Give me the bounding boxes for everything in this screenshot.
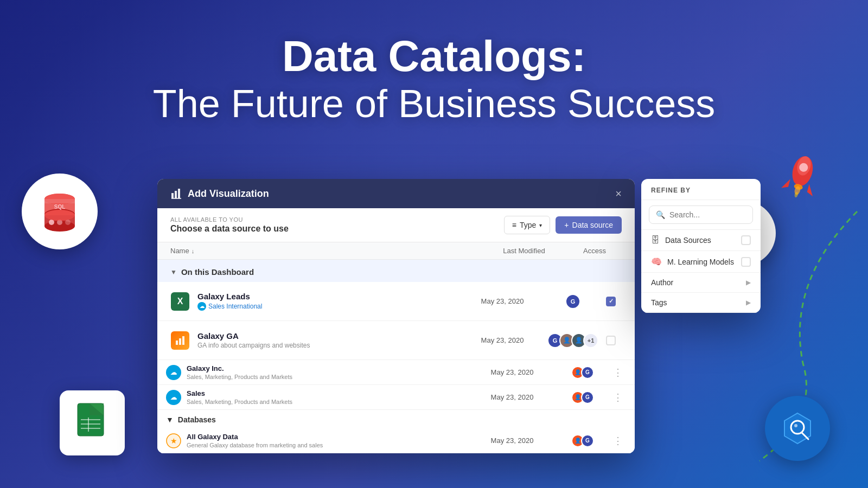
section-label: On this Dashboard — [181, 267, 254, 277]
on-this-dashboard-section: ▼ On this Dashboard — [157, 260, 635, 282]
available-label: ALL AVAILABLE TO YOU — [170, 216, 289, 223]
table-header: Name ↓ Last Modified Access — [157, 242, 635, 260]
refine-panel: REFINE BY 🔍 🗄 Data Sources 🧠 M. Learning… — [641, 179, 761, 313]
row-meta: GA info about campaigns and websites — [197, 342, 459, 349]
datasource-button[interactable]: + Data source — [556, 216, 622, 234]
row-meta: Sales, Marketing, Products and Markets — [187, 399, 469, 405]
refine-item-ml[interactable]: 🧠 M. Learning Models — [641, 251, 761, 273]
excel-row-icon: X — [170, 292, 190, 311]
col-name-header: Name ↓ — [170, 247, 481, 255]
svg-rect-39 — [176, 341, 178, 345]
table-row[interactable]: X Galaxy Leads ☁ Sales International May… — [157, 282, 635, 321]
svg-rect-35 — [171, 193, 174, 198]
svg-rect-37 — [178, 189, 180, 198]
avatar: G — [581, 434, 594, 447]
plus-icon: + — [564, 221, 569, 229]
hero-title: Data Catalogs: — [0, 33, 868, 80]
row-actions-btn[interactable]: ⋮ — [610, 367, 626, 378]
refine-item-datasources[interactable]: 🗄 Data Sources — [641, 230, 761, 251]
row-actions-btn[interactable]: ⋮ — [610, 435, 626, 447]
bar-icon-svg — [175, 335, 186, 346]
row-access: G 👤 👤 +1 — [546, 333, 600, 348]
type-button[interactable]: ≡ Type ▾ — [504, 216, 551, 234]
table-row[interactable]: ☁ Sales Sales, Marketing, Products and M… — [157, 385, 635, 410]
db-section-arrow-icon: ▼ — [166, 415, 174, 424]
row-access: 👤 G — [556, 366, 610, 379]
refine-author-collapsible[interactable]: Author ▶ — [641, 273, 761, 293]
row-info: Galaxy Inc. Sales, Marketing, Products a… — [187, 364, 469, 380]
svg-rect-4 — [44, 199, 75, 203]
barchart-row-icon — [170, 331, 190, 350]
close-button[interactable]: × — [615, 188, 622, 199]
visualization-icon — [170, 188, 182, 200]
avatar-group: 👤 G — [571, 434, 594, 447]
ml-checkbox[interactable] — [741, 257, 751, 267]
table-row[interactable]: Galaxy GA GA info about campaigns and we… — [157, 321, 635, 360]
table-row[interactable]: ★ All Galaxy Data General Galaxy databas… — [157, 428, 635, 453]
svg-point-8 — [49, 220, 54, 225]
row-name: All Galaxy Data — [187, 433, 469, 441]
row-meta: Sales, Marketing, Products and Markets — [187, 374, 469, 380]
tags-arrow-icon: ▶ — [746, 299, 751, 306]
col-modified-header: Last Modified — [481, 247, 567, 255]
avatar-count: +1 — [583, 333, 598, 348]
row-access: 👤 G — [556, 434, 610, 447]
svg-rect-36 — [175, 191, 177, 198]
refine-search-input[interactable] — [669, 210, 746, 219]
row-name: Galaxy Inc. — [187, 364, 469, 373]
row-modified: May 23, 2020 — [469, 393, 556, 401]
sf-row-icon-2: ☁ — [166, 390, 181, 405]
row-checkbox[interactable] — [606, 297, 616, 306]
avatar-group: G 👤 👤 +1 — [547, 333, 598, 348]
refine-item-left: 🗄 Data Sources — [651, 235, 711, 245]
ml-label: M. Learning Models — [667, 258, 734, 266]
svg-point-11 — [44, 210, 75, 221]
svg-marker-30 — [781, 177, 790, 189]
database-icon: 🗄 — [651, 235, 660, 245]
toolbar-actions: ≡ Type ▾ + Data source — [504, 216, 622, 234]
search-icon: 🔍 — [656, 210, 665, 219]
table-row[interactable]: ☁ Galaxy Inc. Sales, Marketing, Products… — [157, 360, 635, 385]
datasources-label: Data Sources — [665, 236, 711, 245]
dialog-wrapper: Add Visualization × ALL AVAILABLE TO YOU… — [157, 179, 761, 453]
row-modified: May 23, 2020 — [469, 436, 556, 445]
hamburger-icon: ≡ — [512, 221, 516, 229]
svg-text:SQL: SQL — [54, 204, 66, 210]
sql-server-svg: SQL — [35, 187, 84, 236]
datasource-label: Data source — [572, 221, 613, 229]
row-meta: General Galaxy database from marketing a… — [187, 442, 469, 448]
galaxy-data-svg: ★ — [166, 433, 181, 448]
tags-label: Tags — [651, 298, 667, 307]
hero-section: Data Catalogs: The Future of Business Su… — [0, 33, 868, 127]
modal-title: Add Visualization — [188, 188, 269, 200]
choose-label: Choose a data source to use — [170, 224, 289, 234]
refine-tags-collapsible[interactable]: Tags ▶ — [641, 293, 761, 313]
sort-icon: ↓ — [192, 248, 195, 254]
google-sheets-icon — [60, 390, 125, 455]
avatar-group: G — [565, 294, 580, 309]
sql-server-icon: SQL — [22, 174, 98, 249]
row-meta: ☁ Sales International — [197, 302, 459, 311]
row-source: Sales International — [208, 303, 262, 310]
chevron-down-icon: ▾ — [539, 222, 542, 228]
svg-point-26 — [794, 424, 797, 427]
row-actions-btn[interactable]: ⋮ — [610, 391, 626, 403]
row-access: 👤 G — [556, 391, 610, 404]
section-arrow-icon: ▼ — [170, 268, 177, 276]
datasources-checkbox[interactable] — [741, 235, 751, 245]
author-label: Author — [651, 278, 673, 287]
svg-rect-40 — [179, 338, 181, 345]
galaxy-data-icon: ★ — [166, 433, 181, 448]
sheets-svg — [73, 401, 111, 445]
databases-section: ▼ Databases — [157, 410, 635, 428]
modal-header: Add Visualization × — [157, 179, 635, 208]
toolbar-text: ALL AVAILABLE TO YOU Choose a data sourc… — [170, 216, 289, 234]
avatar: G — [581, 366, 594, 379]
row-checkbox[interactable] — [606, 336, 616, 345]
ml-icon: 🧠 — [651, 256, 662, 267]
row-modified: May 23, 2020 — [459, 297, 546, 305]
refine-header: REFINE BY — [641, 179, 761, 200]
row-name: Galaxy Leads — [197, 292, 459, 301]
add-visualization-modal: Add Visualization × ALL AVAILABLE TO YOU… — [157, 179, 635, 453]
svg-point-10 — [65, 220, 71, 225]
